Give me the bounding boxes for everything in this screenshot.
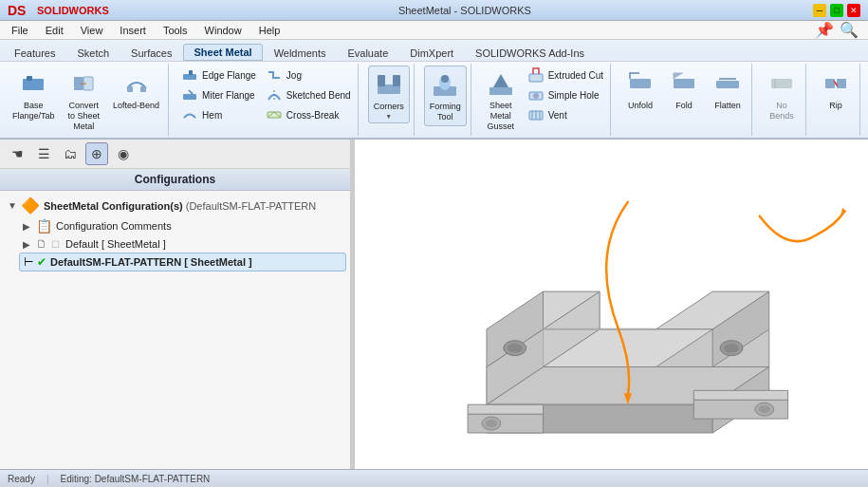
tree-view-button[interactable]: 🗂: [59, 142, 82, 165]
status-separator: |: [46, 474, 49, 484]
corners-button[interactable]: Corners ▼: [368, 66, 410, 123]
tab-sketch[interactable]: Sketch: [66, 45, 120, 61]
convert-sheet-label: Convertto SheetMetal: [68, 101, 101, 131]
svg-marker-61: [693, 391, 787, 401]
tree-root-item[interactable]: ▼ 🔶 SheetMetal Configuration(s) (Default…: [4, 195, 346, 216]
tree-comments-expand-icon[interactable]: ▶: [23, 221, 32, 232]
vent-button[interactable]: Vent: [525, 105, 606, 124]
main-area: ☚ ☰ 🗂 ⊕ ◉ Configurations ▼ 🔶 SheetMetal …: [0, 140, 868, 469]
flatten-icon: [712, 68, 743, 99]
tab-surfaces[interactable]: Surfaces: [120, 45, 182, 61]
ribbon-content: BaseFlange/Tab ↔ Convertto SheetMetal: [0, 61, 868, 138]
search-icon[interactable]: 🔍: [840, 21, 859, 39]
unfold-icon: [625, 68, 656, 99]
tab-addins[interactable]: SOLIDWORKS Add-Ins: [465, 45, 595, 61]
flatten-label: Flatten: [714, 101, 741, 110]
close-button[interactable]: ✕: [847, 4, 860, 17]
jog-button[interactable]: Jog: [263, 66, 354, 84]
tab-dimxpert[interactable]: DimXpert: [399, 45, 464, 61]
menu-file[interactable]: File: [4, 23, 36, 38]
svg-rect-30: [630, 79, 651, 88]
chart-button[interactable]: ◉: [112, 142, 135, 165]
convert-sheet-button[interactable]: ↔ Convertto SheetMetal: [64, 66, 105, 134]
simple-hole-label: Simple Hole: [548, 90, 600, 101]
hand-tool-button[interactable]: ☚: [6, 142, 28, 165]
hem-icon: [181, 106, 198, 123]
flat-pattern-check-icon: ✔: [37, 255, 46, 269]
ribbon: Features Sketch Surfaces Sheet Metal Wel…: [0, 40, 868, 140]
list-view-button[interactable]: ☰: [32, 142, 55, 165]
svg-text:↔: ↔: [79, 78, 88, 88]
group-corners-content: Corners ▼: [368, 66, 410, 134]
extruded-cut-button[interactable]: Extruded Cut: [525, 66, 606, 84]
menu-view[interactable]: View: [73, 23, 111, 38]
menu-tools[interactable]: Tools: [156, 23, 195, 38]
ribbon-group-forming: FormingTool: [420, 64, 471, 136]
forming-tool-button[interactable]: FormingTool: [424, 66, 467, 126]
config-comments-icon: 📋: [36, 218, 52, 234]
menu-edit[interactable]: Edit: [38, 23, 71, 38]
no-bends-label: NoBends: [769, 101, 794, 122]
menu-window[interactable]: Window: [197, 23, 249, 38]
group-forming-content: FormingTool: [424, 66, 467, 134]
miter-flange-button[interactable]: Miter Flange: [178, 85, 259, 104]
rip-icon: [821, 68, 851, 99]
tab-evaluate[interactable]: Evaluate: [337, 45, 398, 61]
sheet-metal-gusset-button[interactable]: SheetMetalGusset: [481, 66, 521, 134]
tree-flat-pattern-item[interactable]: ⊢ ✔ DefaultSM-FLAT-PATTERN [ SheetMetal …: [19, 253, 346, 272]
menu-insert[interactable]: Insert: [112, 23, 154, 38]
menu-help[interactable]: Help: [251, 23, 288, 38]
svg-marker-22: [493, 74, 508, 87]
tree-default-item[interactable]: ▶ 🗋 ☐ Default [ SheetMetal ]: [19, 235, 346, 253]
ribbon-group-base: BaseFlange/Tab ↔ Convertto SheetMetal: [4, 64, 169, 136]
tab-sheet-metal[interactable]: Sheet Metal: [183, 44, 262, 61]
unfold-button[interactable]: Unfold: [620, 66, 660, 113]
flange-col-1: Edge Flange Miter Flange Hem: [178, 66, 259, 124]
svg-marker-57: [468, 405, 543, 415]
tab-features[interactable]: Features: [4, 45, 65, 61]
target-button[interactable]: ⊕: [85, 142, 108, 165]
svg-point-59: [486, 420, 497, 427]
sketched-bend-button[interactable]: Sketched Bend: [263, 85, 354, 104]
jog-icon: [266, 66, 283, 84]
logo-text: SOLIDWORKS: [37, 5, 109, 16]
unfold-label: Unfold: [628, 101, 653, 110]
menu-bar: File Edit View Insert Tools Window Help …: [0, 21, 868, 40]
svg-point-63: [759, 406, 770, 414]
svg-rect-16: [378, 75, 385, 86]
minimize-button[interactable]: ─: [813, 4, 826, 17]
svg-rect-17: [393, 75, 400, 86]
pin-icon[interactable]: 📌: [815, 21, 834, 39]
svg-point-20: [441, 75, 449, 83]
svg-rect-2: [27, 76, 32, 81]
tree-default-expand-icon[interactable]: ▶: [23, 239, 32, 250]
simple-hole-button[interactable]: Simple Hole: [525, 85, 606, 104]
cross-break-button[interactable]: Cross-Break: [263, 105, 354, 124]
rip-button[interactable]: Rip: [816, 66, 856, 113]
no-bends-button[interactable]: NoBends: [762, 66, 802, 124]
maximize-button[interactable]: □: [830, 4, 843, 17]
solidworks-logo: DS SOLIDWORKS: [8, 2, 109, 19]
svg-rect-12: [268, 112, 281, 118]
group-rip-content: Rip: [816, 66, 856, 134]
base-flange-icon: [18, 68, 48, 99]
tree-root-expand-icon[interactable]: ▼: [8, 200, 17, 211]
tree-config-comments-item[interactable]: ▶ 📋 Configuration Comments: [19, 216, 346, 235]
svg-rect-9: [189, 70, 193, 75]
window-controls: ─ □ ✕: [813, 4, 860, 17]
canvas-area[interactable]: [355, 140, 868, 469]
edge-flange-button[interactable]: Edge Flange: [178, 66, 259, 84]
tab-weldments[interactable]: Weldments: [264, 45, 337, 61]
ribbon-group-nobends: NoBends: [758, 64, 806, 136]
lofted-bend-button[interactable]: Lofted-Bend: [108, 66, 164, 114]
miter-flange-label: Miter Flange: [202, 90, 255, 101]
svg-rect-10: [183, 94, 196, 100]
extruded-cut-icon: [527, 66, 545, 84]
hem-button[interactable]: Hem: [178, 105, 259, 124]
svg-rect-37: [837, 79, 846, 88]
svg-rect-6: [127, 86, 133, 92]
base-flange-button[interactable]: BaseFlange/Tab: [8, 66, 60, 124]
cross-break-label: Cross-Break: [286, 110, 340, 121]
fold-button[interactable]: Fold: [664, 66, 704, 113]
flatten-button[interactable]: Flatten: [708, 66, 748, 113]
